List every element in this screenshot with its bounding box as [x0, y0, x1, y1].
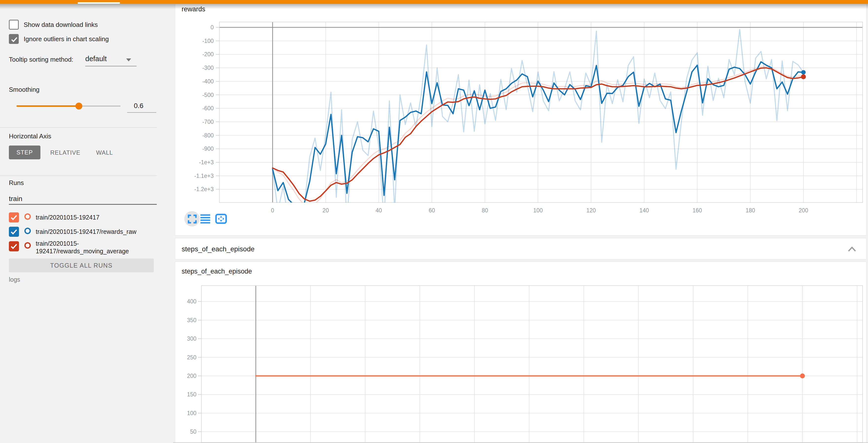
runs-section-label: Runs: [9, 179, 24, 187]
check-icon: [10, 242, 18, 250]
svg-text:-500: -500: [202, 92, 214, 98]
svg-text:-300: -300: [202, 65, 214, 71]
run-label: train/20201015-192417/rewards_moving_ave…: [36, 240, 154, 255]
steps-chart[interactable]: 40035030025020015010050: [175, 262, 866, 443]
divider: [0, 175, 157, 176]
smoothing-value-input[interactable]: 0.6: [134, 102, 144, 110]
svg-text:-600: -600: [202, 105, 214, 112]
svg-text:80: 80: [482, 207, 488, 214]
axis-wall-button[interactable]: WALL: [96, 149, 113, 156]
settings-sidebar: Show data download links Ignore outliers…: [0, 4, 173, 443]
chevron-down-icon[interactable]: [126, 58, 131, 61]
axis-relative-button[interactable]: RELATIVE: [50, 149, 80, 156]
svg-text:-100: -100: [202, 38, 214, 44]
smoothing-slider-fill: [17, 105, 79, 107]
run-checkbox[interactable]: [9, 241, 19, 252]
svg-text:-400: -400: [202, 78, 214, 85]
svg-text:120: 120: [586, 207, 596, 214]
svg-text:-200: -200: [202, 51, 214, 57]
rewards-chart[interactable]: 0-100-200-300-400-500-600-700-800-900-1e…: [175, 4, 866, 235]
logs-label: logs: [9, 276, 20, 283]
check-icon: [10, 213, 18, 222]
runs-list-icon[interactable]: [200, 214, 210, 224]
show-data-download-links-label: Show data download links: [24, 21, 98, 29]
svg-text:180: 180: [745, 207, 755, 214]
svg-text:400: 400: [187, 298, 196, 305]
run-label: train/20201015-192417: [36, 214, 159, 221]
svg-text:300: 300: [187, 335, 196, 342]
header-shadow: [0, 4, 868, 9]
svg-text:20: 20: [322, 207, 329, 214]
axis-step-button[interactable]: STEP: [9, 146, 40, 159]
svg-text:100: 100: [187, 410, 196, 416]
svg-text:150: 150: [187, 391, 196, 397]
svg-text:-1.2e+3: -1.2e+3: [194, 186, 214, 193]
active-tab-indicator[interactable]: [78, 2, 120, 4]
run-color-swatch[interactable]: [24, 213, 31, 220]
chevron-up-icon: [847, 246, 857, 252]
runs-filter-input[interactable]: train: [9, 195, 22, 203]
horizontal-axis-label: Horizontal Axis: [9, 132, 51, 140]
steps-section-title: steps_of_each_episode: [182, 245, 255, 253]
tooltip-sorting-label: Tooltip sorting method:: [9, 56, 73, 63]
run-color-swatch[interactable]: [24, 242, 31, 248]
svg-text:140: 140: [640, 207, 649, 214]
rewards-chart-card: rewards 0-100-200-300-400-500-600-700-80…: [175, 4, 867, 236]
svg-text:-900: -900: [202, 146, 214, 152]
svg-text:200: 200: [187, 373, 196, 379]
app-header-bar: [0, 0, 868, 4]
show-data-download-links-checkbox[interactable]: [9, 20, 19, 30]
svg-text:-1.1e+3: -1.1e+3: [194, 173, 214, 179]
svg-text:-700: -700: [202, 119, 214, 125]
fit-domain-icon[interactable]: [215, 214, 227, 224]
tooltip-sorting-select[interactable]: default: [85, 55, 107, 63]
steps-chart-card: steps_of_each_episode 400350300250200150…: [175, 262, 867, 443]
svg-text:-800: -800: [202, 132, 214, 139]
steps-section-header[interactable]: steps_of_each_episode: [175, 238, 867, 260]
run-checkbox[interactable]: [9, 227, 19, 237]
run-color-swatch[interactable]: [24, 228, 31, 234]
svg-text:0: 0: [211, 24, 214, 31]
smoothing-label: Smoothing: [9, 86, 39, 93]
svg-text:200: 200: [799, 207, 808, 214]
tooltip-select-underline: [85, 66, 136, 66]
runs-filter-underline: [9, 204, 157, 205]
svg-text:350: 350: [187, 317, 196, 323]
smoothing-input-underline: [127, 112, 156, 113]
svg-text:100: 100: [533, 207, 543, 214]
ignore-outliers-checkbox[interactable]: [9, 34, 19, 44]
check-icon: [10, 228, 18, 236]
expand-icon[interactable]: [188, 215, 197, 224]
svg-text:40: 40: [376, 207, 382, 214]
divider: [0, 127, 157, 128]
ignore-outliers-label: Ignore outliers in chart scaling: [24, 35, 109, 43]
run-label: train/20201015-192417/rewards_raw: [36, 228, 159, 236]
toggle-all-runs-button[interactable]: TOGGLE ALL RUNS: [9, 259, 154, 272]
svg-text:60: 60: [429, 207, 435, 214]
svg-text:-1e+3: -1e+3: [199, 159, 214, 166]
svg-text:50: 50: [190, 429, 196, 435]
svg-text:250: 250: [187, 354, 196, 361]
collapse-section-button[interactable]: [846, 245, 858, 254]
svg-text:0: 0: [271, 207, 274, 214]
check-icon: [10, 35, 19, 43]
svg-text:160: 160: [692, 207, 702, 214]
run-checkbox[interactable]: [9, 212, 19, 223]
smoothing-slider-thumb[interactable]: [75, 102, 82, 110]
